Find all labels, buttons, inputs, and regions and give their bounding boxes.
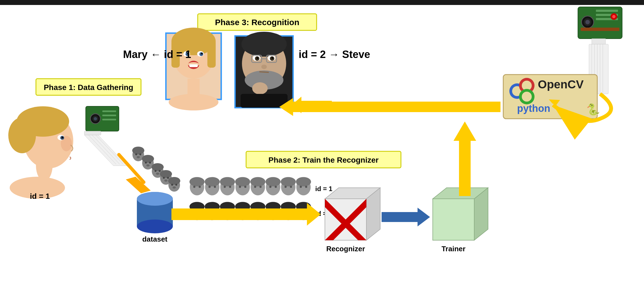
svg-point-67 bbox=[62, 137, 63, 138]
svg-point-63 bbox=[8, 117, 36, 153]
svg-point-120 bbox=[214, 186, 216, 188]
svg-marker-196 bbox=[418, 208, 430, 226]
svg-point-141 bbox=[296, 179, 311, 195]
svg-point-23 bbox=[612, 15, 616, 18]
svg-line-79 bbox=[92, 135, 120, 164]
svg-point-112 bbox=[173, 186, 176, 189]
svg-line-80 bbox=[96, 135, 123, 164]
svg-point-65 bbox=[58, 135, 64, 140]
svg-rect-15 bbox=[592, 39, 606, 44]
svg-point-55 bbox=[252, 82, 268, 94]
svg-point-86 bbox=[137, 192, 173, 206]
svg-rect-76 bbox=[102, 119, 116, 120]
svg-rect-212 bbox=[293, 102, 500, 112]
svg-point-34 bbox=[201, 53, 203, 54]
svg-point-143 bbox=[300, 186, 302, 188]
svg-point-64 bbox=[61, 136, 72, 151]
svg-point-146 bbox=[190, 204, 204, 220]
svg-point-89 bbox=[132, 147, 144, 154]
svg-point-29 bbox=[183, 51, 190, 57]
svg-marker-82 bbox=[126, 177, 151, 193]
svg-point-43 bbox=[245, 70, 283, 90]
svg-point-158 bbox=[222, 213, 233, 219]
svg-marker-193 bbox=[325, 199, 366, 240]
svg-point-10 bbox=[585, 20, 590, 24]
svg-rect-3 bbox=[36, 79, 141, 95]
svg-point-167 bbox=[250, 202, 265, 211]
svg-rect-70 bbox=[86, 106, 119, 131]
svg-point-161 bbox=[236, 204, 250, 220]
svg-point-204 bbox=[519, 78, 535, 93]
svg-point-68 bbox=[10, 177, 65, 199]
svg-point-116 bbox=[199, 186, 201, 188]
svg-text:id = 1: id = 1 bbox=[30, 192, 50, 200]
svg-point-178 bbox=[283, 213, 294, 219]
svg-point-109 bbox=[168, 177, 180, 185]
svg-rect-28 bbox=[207, 40, 216, 68]
svg-point-22 bbox=[611, 13, 617, 20]
svg-rect-12 bbox=[596, 14, 618, 16]
svg-point-106 bbox=[167, 177, 169, 179]
svg-point-62 bbox=[17, 106, 69, 137]
svg-point-85 bbox=[137, 220, 173, 233]
svg-point-173 bbox=[267, 213, 279, 219]
svg-rect-195 bbox=[382, 212, 418, 222]
svg-point-144 bbox=[305, 186, 307, 188]
svg-marker-191 bbox=[366, 188, 380, 240]
svg-point-122 bbox=[220, 177, 235, 186]
svg-point-107 bbox=[164, 179, 168, 182]
svg-rect-27 bbox=[171, 40, 180, 68]
svg-rect-189 bbox=[325, 199, 366, 240]
svg-text:Recognizer: Recognizer bbox=[326, 245, 365, 253]
svg-point-125 bbox=[236, 179, 250, 195]
svg-point-92 bbox=[137, 156, 140, 158]
svg-point-30 bbox=[197, 51, 204, 57]
svg-point-121 bbox=[220, 179, 235, 195]
svg-rect-75 bbox=[102, 115, 116, 116]
svg-point-153 bbox=[207, 213, 218, 219]
svg-point-102 bbox=[156, 173, 159, 175]
svg-point-114 bbox=[189, 177, 205, 186]
svg-point-46 bbox=[255, 56, 259, 61]
svg-point-94 bbox=[142, 155, 154, 163]
svg-point-98 bbox=[152, 165, 163, 178]
svg-marker-199 bbox=[474, 188, 488, 240]
svg-point-177 bbox=[281, 202, 296, 211]
svg-point-111 bbox=[175, 184, 177, 186]
svg-point-72 bbox=[92, 116, 98, 122]
svg-point-91 bbox=[139, 154, 141, 155]
svg-point-66 bbox=[60, 136, 64, 140]
svg-point-168 bbox=[252, 213, 264, 219]
svg-point-99 bbox=[152, 163, 164, 171]
svg-point-155 bbox=[214, 210, 216, 213]
svg-marker-216 bbox=[549, 99, 560, 105]
svg-point-49 bbox=[272, 57, 273, 59]
svg-text:dataset: dataset bbox=[142, 235, 167, 243]
svg-point-97 bbox=[146, 164, 150, 166]
svg-point-44 bbox=[253, 55, 260, 61]
svg-point-39 bbox=[169, 94, 218, 110]
svg-point-182 bbox=[296, 202, 311, 211]
svg-point-162 bbox=[235, 202, 250, 211]
svg-rect-11 bbox=[596, 10, 618, 12]
svg-rect-77 bbox=[84, 131, 101, 135]
svg-point-174 bbox=[269, 210, 272, 213]
svg-point-185 bbox=[305, 210, 307, 213]
svg-marker-198 bbox=[433, 188, 488, 199]
svg-rect-51 bbox=[267, 55, 277, 62]
svg-point-105 bbox=[163, 177, 165, 179]
svg-point-140 bbox=[290, 186, 292, 188]
svg-point-119 bbox=[208, 186, 211, 188]
svg-line-78 bbox=[88, 135, 116, 164]
svg-point-110 bbox=[171, 184, 173, 186]
svg-rect-0 bbox=[0, 0, 644, 296]
svg-point-137 bbox=[281, 179, 296, 195]
svg-rect-7 bbox=[578, 7, 622, 39]
svg-rect-24 bbox=[166, 33, 221, 99]
svg-point-93 bbox=[142, 156, 154, 170]
svg-point-129 bbox=[251, 179, 265, 195]
svg-point-154 bbox=[208, 210, 211, 213]
svg-point-176 bbox=[281, 204, 296, 220]
svg-rect-56 bbox=[241, 94, 288, 108]
svg-point-88 bbox=[132, 148, 144, 161]
